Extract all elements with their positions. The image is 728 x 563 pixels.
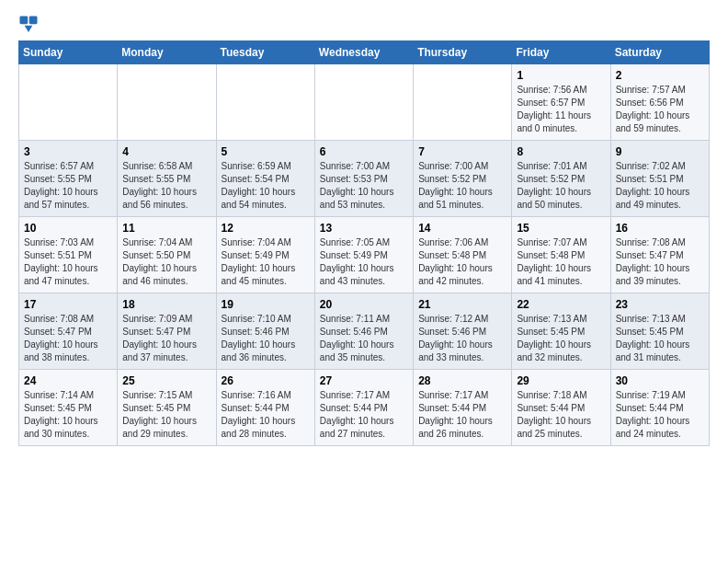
- calendar-week-row: 10Sunrise: 7:03 AMSunset: 5:51 PMDayligh…: [19, 217, 710, 293]
- day-number: 30: [616, 374, 704, 387]
- calendar-cell: 29Sunrise: 7:18 AMSunset: 5:44 PMDayligh…: [512, 370, 610, 446]
- day-info: Sunrise: 7:05 AMSunset: 5:49 PMDaylight:…: [320, 236, 408, 288]
- calendar-cell: 10Sunrise: 7:03 AMSunset: 5:51 PMDayligh…: [19, 217, 118, 293]
- calendar-cell: 6Sunrise: 7:00 AMSunset: 5:53 PMDaylight…: [314, 141, 413, 217]
- day-number: 1: [517, 69, 605, 82]
- calendar-cell: 23Sunrise: 7:13 AMSunset: 5:45 PMDayligh…: [610, 293, 709, 370]
- day-info: Sunrise: 6:57 AMSunset: 5:55 PMDaylight:…: [24, 160, 112, 212]
- day-number: 19: [222, 298, 310, 311]
- day-number: 2: [616, 69, 704, 82]
- day-info: Sunrise: 7:17 AMSunset: 5:44 PMDaylight:…: [418, 389, 506, 441]
- day-info: Sunrise: 7:02 AMSunset: 5:51 PMDaylight:…: [616, 160, 704, 212]
- calendar-week-row: 3Sunrise: 6:57 AMSunset: 5:55 PMDaylight…: [19, 141, 710, 217]
- calendar-cell: [414, 64, 512, 141]
- day-info: Sunrise: 7:19 AMSunset: 5:44 PMDaylight:…: [616, 389, 704, 441]
- calendar-cell: 21Sunrise: 7:12 AMSunset: 5:46 PMDayligh…: [414, 293, 512, 370]
- day-info: Sunrise: 7:04 AMSunset: 5:49 PMDaylight:…: [222, 236, 310, 288]
- svg-rect-0: [19, 16, 28, 24]
- day-number: 7: [418, 145, 506, 158]
- calendar-cell: 25Sunrise: 7:15 AMSunset: 5:45 PMDayligh…: [118, 370, 216, 446]
- day-info: Sunrise: 7:12 AMSunset: 5:46 PMDaylight:…: [418, 313, 506, 364]
- calendar-cell: 19Sunrise: 7:10 AMSunset: 5:46 PMDayligh…: [216, 293, 314, 370]
- calendar-cell: 8Sunrise: 7:01 AMSunset: 5:52 PMDaylight…: [512, 141, 610, 217]
- day-number: 20: [320, 298, 408, 311]
- day-number: 13: [320, 222, 408, 235]
- day-number: 9: [616, 145, 704, 158]
- col-header-tuesday: Tuesday: [216, 41, 314, 64]
- day-number: 5: [222, 145, 310, 158]
- day-number: 25: [122, 374, 210, 387]
- svg-marker-2: [25, 26, 33, 32]
- day-number: 10: [24, 222, 112, 235]
- day-info: Sunrise: 7:16 AMSunset: 5:44 PMDaylight:…: [222, 389, 310, 441]
- day-info: Sunrise: 7:09 AMSunset: 5:47 PMDaylight:…: [122, 313, 210, 364]
- day-info: Sunrise: 7:15 AMSunset: 5:45 PMDaylight:…: [122, 389, 210, 441]
- day-info: Sunrise: 7:03 AMSunset: 5:51 PMDaylight:…: [24, 236, 112, 288]
- calendar-cell: 9Sunrise: 7:02 AMSunset: 5:51 PMDaylight…: [610, 141, 709, 217]
- calendar-cell: 15Sunrise: 7:07 AMSunset: 5:48 PMDayligh…: [512, 217, 610, 293]
- col-header-thursday: Thursday: [414, 41, 512, 64]
- day-number: 8: [517, 145, 605, 158]
- day-info: Sunrise: 7:17 AMSunset: 5:44 PMDaylight:…: [320, 389, 408, 441]
- col-header-saturday: Saturday: [610, 41, 709, 64]
- page-header: [18, 15, 710, 35]
- day-info: Sunrise: 7:01 AMSunset: 5:52 PMDaylight:…: [517, 160, 605, 212]
- calendar-cell: 14Sunrise: 7:06 AMSunset: 5:48 PMDayligh…: [414, 217, 512, 293]
- calendar-week-row: 1Sunrise: 7:56 AMSunset: 6:57 PMDaylight…: [19, 64, 710, 141]
- day-number: 26: [222, 374, 310, 387]
- calendar-cell: 18Sunrise: 7:09 AMSunset: 5:47 PMDayligh…: [118, 293, 216, 370]
- calendar-cell: 26Sunrise: 7:16 AMSunset: 5:44 PMDayligh…: [216, 370, 314, 446]
- day-number: 16: [616, 222, 704, 235]
- calendar-week-row: 17Sunrise: 7:08 AMSunset: 5:47 PMDayligh…: [19, 293, 710, 370]
- svg-rect-1: [29, 16, 38, 24]
- day-number: 4: [122, 145, 210, 158]
- day-info: Sunrise: 7:56 AMSunset: 6:57 PMDaylight:…: [517, 84, 605, 135]
- calendar-cell: 22Sunrise: 7:13 AMSunset: 5:45 PMDayligh…: [512, 293, 610, 370]
- day-number: 12: [222, 222, 310, 235]
- day-info: Sunrise: 7:14 AMSunset: 5:45 PMDaylight:…: [24, 389, 112, 441]
- day-info: Sunrise: 7:11 AMSunset: 5:46 PMDaylight:…: [320, 313, 408, 364]
- calendar-cell: 11Sunrise: 7:04 AMSunset: 5:50 PMDayligh…: [118, 217, 216, 293]
- day-number: 6: [320, 145, 408, 158]
- day-info: Sunrise: 7:57 AMSunset: 6:56 PMDaylight:…: [616, 84, 704, 135]
- calendar-cell: 1Sunrise: 7:56 AMSunset: 6:57 PMDaylight…: [512, 64, 610, 141]
- day-info: Sunrise: 6:58 AMSunset: 5:55 PMDaylight:…: [122, 160, 210, 212]
- calendar-cell: 27Sunrise: 7:17 AMSunset: 5:44 PMDayligh…: [314, 370, 413, 446]
- calendar-cell: [216, 64, 314, 141]
- calendar-cell: 28Sunrise: 7:17 AMSunset: 5:44 PMDayligh…: [414, 370, 512, 446]
- day-number: 24: [24, 374, 112, 387]
- col-header-friday: Friday: [512, 41, 610, 64]
- calendar-cell: 20Sunrise: 7:11 AMSunset: 5:46 PMDayligh…: [314, 293, 413, 370]
- day-info: Sunrise: 7:00 AMSunset: 5:53 PMDaylight:…: [320, 160, 408, 212]
- day-info: Sunrise: 7:18 AMSunset: 5:44 PMDaylight:…: [517, 389, 605, 441]
- day-number: 21: [418, 298, 506, 311]
- day-info: Sunrise: 7:06 AMSunset: 5:48 PMDaylight:…: [418, 236, 506, 288]
- day-number: 29: [517, 374, 605, 387]
- day-number: 14: [418, 222, 506, 235]
- day-info: Sunrise: 7:04 AMSunset: 5:50 PMDaylight:…: [122, 236, 210, 288]
- calendar-cell: 5Sunrise: 6:59 AMSunset: 5:54 PMDaylight…: [216, 141, 314, 217]
- day-number: 17: [24, 298, 112, 311]
- day-number: 22: [517, 298, 605, 311]
- logo-icon: [18, 15, 39, 35]
- calendar-cell: 24Sunrise: 7:14 AMSunset: 5:45 PMDayligh…: [19, 370, 118, 446]
- col-header-monday: Monday: [118, 41, 216, 64]
- calendar-cell: [314, 64, 413, 141]
- calendar-cell: 4Sunrise: 6:58 AMSunset: 5:55 PMDaylight…: [118, 141, 216, 217]
- calendar-cell: 30Sunrise: 7:19 AMSunset: 5:44 PMDayligh…: [610, 370, 709, 446]
- day-number: 27: [320, 374, 408, 387]
- col-header-wednesday: Wednesday: [314, 41, 413, 64]
- day-info: Sunrise: 7:13 AMSunset: 5:45 PMDaylight:…: [517, 313, 605, 364]
- calendar-cell: 3Sunrise: 6:57 AMSunset: 5:55 PMDaylight…: [19, 141, 118, 217]
- calendar-cell: 12Sunrise: 7:04 AMSunset: 5:49 PMDayligh…: [216, 217, 314, 293]
- day-number: 11: [122, 222, 210, 235]
- day-number: 18: [122, 298, 210, 311]
- col-header-sunday: Sunday: [19, 41, 118, 64]
- calendar-cell: 17Sunrise: 7:08 AMSunset: 5:47 PMDayligh…: [19, 293, 118, 370]
- day-info: Sunrise: 7:00 AMSunset: 5:52 PMDaylight:…: [418, 160, 506, 212]
- day-number: 3: [24, 145, 112, 158]
- calendar-header-row: SundayMondayTuesdayWednesdayThursdayFrid…: [19, 41, 710, 64]
- day-info: Sunrise: 7:08 AMSunset: 5:47 PMDaylight:…: [24, 313, 112, 364]
- day-info: Sunrise: 7:13 AMSunset: 5:45 PMDaylight:…: [616, 313, 704, 364]
- calendar-cell: [19, 64, 118, 141]
